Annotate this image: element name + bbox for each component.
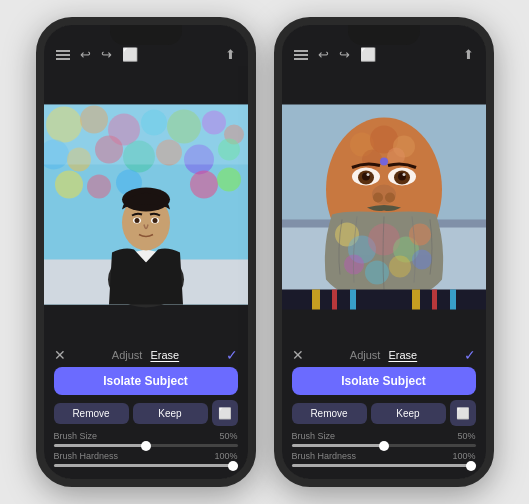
brush-size-value-left: 50%	[219, 431, 237, 441]
svg-point-48	[373, 193, 383, 203]
mode-tabs-left: ✕ Adjust Erase ✓	[54, 349, 238, 361]
brush-hardness-label-left: Brush Hardness	[54, 451, 119, 461]
photo-area-left	[44, 66, 248, 343]
undo-icon[interactable]: ↩	[80, 47, 91, 62]
svg-point-16	[87, 175, 111, 199]
confirm-button-right[interactable]: ✓	[464, 347, 476, 363]
isolate-subject-button-left[interactable]: Isolate Subject	[54, 367, 238, 395]
svg-point-28	[134, 218, 139, 223]
notch-left	[110, 25, 182, 45]
brush-size-value-right: 50%	[457, 431, 475, 441]
brush-size-slider-right[interactable]	[292, 444, 476, 447]
mode-tabs-right: ✕ Adjust Erase ✓	[292, 349, 476, 361]
top-bar-left-icons: ↩ ↪ ⬜	[56, 47, 138, 62]
bottom-controls-left: ✕ Adjust Erase ✓ Isolate Subject Remove …	[44, 343, 248, 479]
remove-keep-row-left: Remove Keep ⬜	[54, 400, 238, 426]
tab-erase-left[interactable]: Erase	[150, 349, 179, 361]
brush-hardness-value-left: 100%	[214, 451, 237, 461]
keep-button-left[interactable]: Keep	[133, 403, 208, 424]
menu-icon-right[interactable]	[294, 50, 308, 60]
brush-hardness-slider-left[interactable]	[54, 464, 238, 467]
brush-hardness-label-right: Brush Hardness	[292, 451, 357, 461]
tab-adjust-right[interactable]: Adjust	[350, 349, 381, 361]
redo-icon-right[interactable]: ↪	[339, 47, 350, 62]
svg-rect-65	[450, 290, 456, 310]
remove-button-left[interactable]: Remove	[54, 403, 129, 424]
brush-hardness-slider-right[interactable]	[292, 464, 476, 467]
svg-point-57	[389, 256, 411, 278]
remove-keep-row-right: Remove Keep ⬜	[292, 400, 476, 426]
mask-icon-button-right[interactable]: ⬜	[450, 400, 476, 426]
svg-point-15	[55, 171, 83, 199]
brush-size-label-left: Brush Size	[54, 431, 98, 441]
tab-erase-right[interactable]: Erase	[388, 349, 417, 361]
svg-point-46	[402, 173, 405, 176]
close-button-right[interactable]: ✕	[292, 347, 304, 363]
svg-rect-62	[350, 290, 356, 310]
undo-icon-right[interactable]: ↩	[318, 47, 329, 62]
svg-rect-61	[332, 290, 337, 310]
phone-left: ↩ ↪ ⬜ ⬆	[36, 17, 256, 487]
close-button-left[interactable]: ✕	[54, 347, 66, 363]
brush-size-row-right: Brush Size 50%	[292, 431, 476, 441]
svg-point-66	[380, 158, 388, 166]
svg-point-56	[365, 261, 389, 285]
screen-left: ↩ ↪ ⬜ ⬆	[44, 25, 248, 479]
photo-area-right	[282, 66, 486, 343]
brush-size-label-right: Brush Size	[292, 431, 336, 441]
brush-hardness-row-right: Brush Hardness 100%	[292, 451, 476, 461]
confirm-button-left[interactable]: ✓	[226, 347, 238, 363]
svg-point-45	[366, 173, 369, 176]
brush-hardness-row-left: Brush Hardness 100%	[54, 451, 238, 461]
svg-point-18	[190, 171, 218, 199]
mask-icon-button-left[interactable]: ⬜	[212, 400, 238, 426]
screen-right: ↩ ↪ ⬜ ⬆	[282, 25, 486, 479]
remove-button-right[interactable]: Remove	[292, 403, 367, 424]
share-icon[interactable]: ⬆	[225, 47, 236, 62]
artwork-right	[282, 66, 486, 343]
svg-rect-63	[412, 290, 420, 310]
keep-button-right[interactable]: Keep	[371, 403, 446, 424]
isolate-subject-button-right[interactable]: Isolate Subject	[292, 367, 476, 395]
svg-point-54	[409, 224, 431, 246]
top-bar-right-icons: ↩ ↪ ⬜	[294, 47, 376, 62]
svg-point-29	[152, 218, 157, 223]
svg-rect-64	[432, 290, 437, 310]
brush-hardness-value-right: 100%	[452, 451, 475, 461]
svg-point-19	[217, 168, 241, 192]
crop-icon[interactable]: ⬜	[122, 47, 138, 62]
svg-rect-20	[44, 105, 248, 165]
tab-adjust-left[interactable]: Adjust	[112, 349, 143, 361]
phone-right: ↩ ↪ ⬜ ⬆	[274, 17, 494, 487]
crop-icon-right[interactable]: ⬜	[360, 47, 376, 62]
notch-right	[348, 25, 420, 45]
artwork-left	[44, 66, 248, 343]
bottom-controls-right: ✕ Adjust Erase ✓ Isolate Subject Remove …	[282, 343, 486, 479]
share-icon-right[interactable]: ⬆	[463, 47, 474, 62]
redo-icon[interactable]: ↪	[101, 47, 112, 62]
menu-icon[interactable]	[56, 50, 70, 60]
brush-size-row-left: Brush Size 50%	[54, 431, 238, 441]
svg-point-49	[385, 193, 395, 203]
brush-size-slider-left[interactable]	[54, 444, 238, 447]
svg-rect-60	[312, 290, 320, 310]
